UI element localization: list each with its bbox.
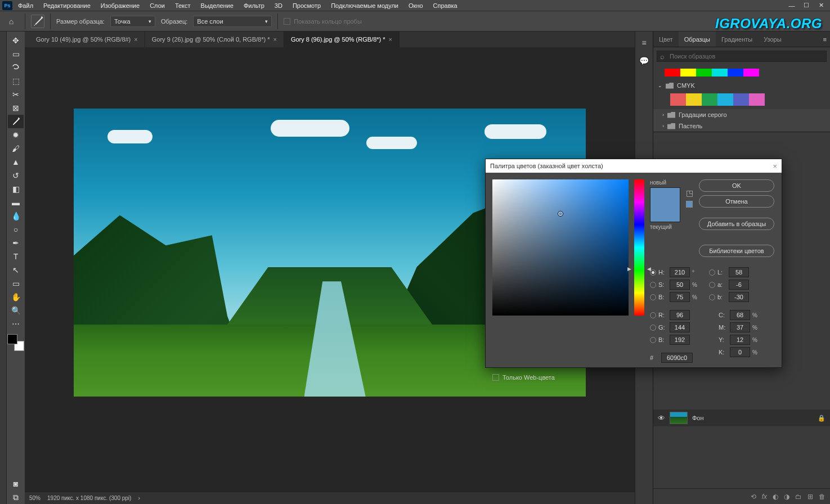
swatch-search-input[interactable] [657,51,827,62]
menu-file[interactable]: Файл [14,1,38,10]
blur-tool-icon[interactable]: 💧 [8,209,24,223]
add-swatch-button[interactable]: Добавить в образцы [699,218,774,230]
home-icon[interactable]: ⌂ [3,15,19,28]
heal-tool-icon[interactable]: ✹ [8,128,24,142]
brightness-radio[interactable] [650,294,656,300]
magenta-input[interactable]: 37 [730,322,750,332]
gradient-tool-icon[interactable]: ▬ [8,196,24,209]
stamp-tool-icon[interactable]: ▲ [8,155,24,169]
quick-mask-icon[interactable]: ◙ [8,477,24,490]
tab-close-icon[interactable]: × [134,36,137,43]
lab-l-input[interactable]: 58 [729,267,749,277]
close-icon[interactable]: ✕ [814,1,828,10]
web-only-checkbox[interactable] [492,374,499,381]
menu-text[interactable]: Текст [171,1,195,10]
cube-icon[interactable]: ◳ [686,188,693,197]
comments-icon[interactable]: 💬 [638,54,651,68]
menu-view[interactable]: Просмотр [288,1,325,10]
menu-image[interactable]: Изображение [96,1,144,10]
green-radio[interactable] [650,325,656,331]
web-safe-icon[interactable] [686,201,693,208]
dodge-tool-icon[interactable]: ○ [8,223,24,236]
layer-name[interactable]: Фон [692,415,704,421]
show-ring-checkbox[interactable] [284,18,290,25]
link-icon[interactable]: ⟲ [751,493,756,501]
dialog-close-icon[interactable]: × [773,162,777,170]
menu-layers[interactable]: Слои [145,1,169,10]
pixel-layers-icon[interactable]: ≡ [638,36,651,50]
maximize-icon[interactable]: ☐ [800,1,813,10]
brush-tool-icon[interactable]: 🖌 [8,142,24,155]
marquee-tool-icon[interactable]: ▭ [8,47,24,61]
current-color-swatch[interactable] [650,205,680,222]
cyan-input[interactable]: 68 [730,310,750,320]
menu-filter[interactable]: Фильтр [239,1,269,10]
dialog-titlebar[interactable]: Палитра цветов (заказной цвет холста) × [486,159,782,173]
swatch[interactable] [733,93,749,106]
delete-icon[interactable]: 🗑 [819,493,825,501]
saturation-radio[interactable] [650,282,656,288]
foreground-background-colors[interactable] [7,334,24,351]
saturation-value-picker[interactable] [492,179,629,316]
red-radio[interactable] [650,312,656,318]
history-brush-tool-icon[interactable]: ↺ [8,169,24,182]
swatch-group-grayscale[interactable]: › Градации серого [653,109,830,120]
swatch[interactable] [749,93,765,106]
frame-tool-icon[interactable]: ⊠ [8,101,24,115]
swatch[interactable] [686,93,702,106]
visibility-icon[interactable]: 👁 [658,414,665,422]
path-tool-icon[interactable]: ↖ [8,263,24,277]
lab-b-input[interactable]: -30 [729,292,749,302]
brightness-input[interactable]: 75 [670,292,690,302]
swatch[interactable] [712,69,728,76]
menu-3d[interactable]: 3D [270,1,287,10]
zoom-tool-icon[interactable]: 🔍 [8,304,24,317]
swatch[interactable] [696,69,712,76]
swatch[interactable] [680,69,696,76]
hand-tool-icon[interactable]: ✋ [8,290,24,304]
swatch[interactable] [665,69,680,76]
document-tab[interactable]: Gory 9 (26).jpg @ 50% (Слой 0, RGB/8*) *… [145,32,284,47]
lab-b-radio[interactable] [709,294,715,300]
adjustment-icon[interactable]: ◑ [784,493,789,501]
green-input[interactable]: 144 [670,322,690,332]
new-layer-icon[interactable]: ⊞ [807,493,813,501]
saturation-input[interactable]: 50 [670,280,690,290]
black-input[interactable]: 0 [730,347,750,357]
mask-icon[interactable]: ◐ [773,493,778,501]
blue-radio[interactable] [650,337,656,343]
more-tool-icon[interactable]: ⋯ [8,317,24,331]
selection-tool-icon[interactable]: ⬚ [8,74,24,88]
zoom-level[interactable]: 50% [29,495,41,501]
move-tool-icon[interactable]: ✥ [8,34,24,47]
layer-thumbnail[interactable] [670,412,688,424]
sample-layers-select[interactable]: Все слои [193,16,272,27]
eyedropper-tool-icon[interactable] [31,15,44,28]
tab-patterns[interactable]: Узоры [758,32,787,47]
lab-a-input[interactable]: -6 [729,280,749,290]
tab-gradients[interactable]: Градиенты [716,32,758,47]
lock-icon[interactable]: 🔒 [818,415,825,422]
folder-icon[interactable]: 🗀 [795,493,802,501]
status-caret-icon[interactable]: › [138,495,140,501]
eyedropper-tool-icon[interactable] [8,115,24,128]
screen-mode-icon[interactable]: ⧉ [8,490,24,504]
lab-a-radio[interactable] [709,282,715,288]
foreground-color-swatch[interactable] [7,334,17,344]
pen-tool-icon[interactable]: ✒ [8,236,24,250]
red-input[interactable]: 96 [670,310,690,320]
menu-edit[interactable]: Редактирование [39,1,95,10]
swatch[interactable] [728,69,743,76]
fx-icon[interactable]: fx [762,493,767,501]
tab-swatches[interactable]: Образцы [679,32,716,47]
swatch[interactable] [670,93,686,106]
hue-input[interactable]: 210 [670,267,690,277]
sample-size-select[interactable]: Точка [110,16,155,27]
cancel-button[interactable]: Отмена [699,195,774,208]
swatch-group-pastel[interactable]: › Пастель [653,120,830,132]
color-libraries-button[interactable]: Библиотеки цветов [699,245,774,257]
layer-row[interactable]: 👁 Фон 🔒 [653,410,830,426]
swatch-group-cmyk[interactable]: ⌄ CMYK [653,80,830,91]
menu-plugins[interactable]: Подключаемые модули [326,1,403,10]
panel-menu-icon[interactable]: ≡ [820,32,830,47]
